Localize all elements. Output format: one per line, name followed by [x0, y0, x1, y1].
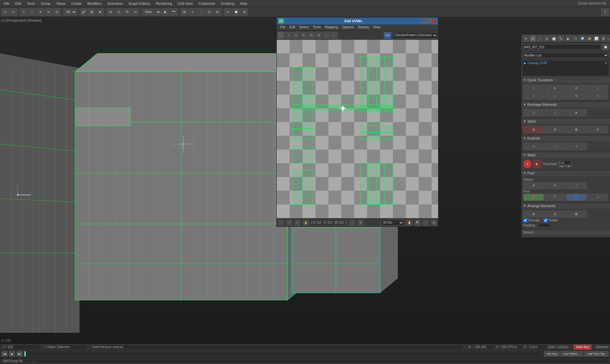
props-btn[interactable]: ⚙ — [241, 8, 248, 16]
uvw-zoom-region-btn[interactable]: ⬚ — [423, 220, 429, 226]
uvw-btn-face[interactable]: ⬡ — [295, 220, 300, 226]
menu-group[interactable]: Group — [38, 1, 53, 6]
qt-scale-btn[interactable]: ⊡ — [566, 85, 587, 92]
qt-freeform-btn[interactable]: ⬚ — [587, 85, 608, 92]
redo-btn[interactable]: ↪ — [10, 8, 17, 16]
snap-btn[interactable]: ⊕ — [107, 8, 114, 16]
bridge-btn[interactable]: 🌉 — [607, 35, 610, 42]
undo-btn[interactable]: ↩ — [1, 8, 9, 16]
uvw-btn-vertex[interactable]: · — [278, 220, 284, 226]
bind-btn[interactable]: ■ — [96, 8, 104, 16]
threshold-input[interactable] — [559, 160, 571, 165]
texture-dropdown[interactable]: CheckerPattern (Checker) — [393, 32, 437, 38]
spacing-btn[interactable]: ⊡ — [205, 8, 213, 16]
uvw-minimize-btn[interactable]: _ — [422, 19, 426, 23]
pin-btn4[interactable]: + — [587, 194, 608, 201]
render-btn[interactable]: ▶ — [162, 8, 169, 16]
modify-tab-btn[interactable]: ⊡ — [530, 35, 536, 42]
menu-scripting[interactable]: Scripting — [218, 1, 237, 6]
rescale-checkbox[interactable] — [523, 218, 527, 222]
menu-modifiers[interactable]: Modifiers — [85, 1, 104, 6]
uvw-rotate-btn[interactable]: ↻ — [308, 32, 315, 39]
rotate-checkbox[interactable] — [544, 218, 548, 222]
arrange-btn1[interactable]: ⊞ — [523, 211, 544, 218]
uvw-zoom-all-btn[interactable]: ⊞ — [431, 220, 437, 226]
rotate-btn[interactable]: ↻ — [45, 8, 52, 16]
move-btn[interactable]: ✛ — [37, 8, 44, 16]
uvw-move-btn[interactable]: ✛ — [300, 32, 307, 39]
uvw-menu-select[interactable]: Select — [297, 24, 311, 30]
seam-arrow-btn[interactable]: ↩ — [523, 237, 526, 238]
object-name-input[interactable] — [523, 44, 601, 50]
uvw-close-btn[interactable]: × — [432, 19, 436, 23]
uvw-filter-select[interactable]: All IDs — [382, 220, 404, 226]
unlink-btn[interactable]: ⛓ — [88, 8, 96, 16]
select-btn[interactable]: ↖ — [20, 8, 28, 16]
explode-btn1[interactable]: ⬡ — [523, 143, 544, 150]
keyfilt-btn[interactable]: Key Filters... — [560, 351, 583, 357]
uvw-maximize-btn[interactable]: □ — [427, 19, 431, 23]
uvw-filter-btn[interactable]: ⚙ — [358, 220, 363, 226]
stitch-header[interactable]: ▼ Stitch — [521, 118, 610, 124]
batch-btn[interactable]: ⊞ — [600, 35, 607, 42]
explode-btn3[interactable]: + — [566, 143, 587, 150]
menu-customize[interactable]: Customize — [196, 1, 218, 6]
uvw-menu-options[interactable]: Options — [340, 24, 356, 30]
scene-btn[interactable]: 🔲 — [232, 8, 240, 16]
filter-dropdown[interactable]: All — [64, 9, 77, 16]
addtime-btn[interactable]: Add Time Tag — [583, 351, 609, 357]
qt-rotate-btn[interactable]: ↻ — [545, 85, 565, 92]
stitch-btn3[interactable]: ⊠ — [566, 126, 587, 133]
setkey-btn[interactable]: Set Key — [544, 351, 560, 357]
timeline[interactable] — [24, 351, 541, 357]
view-dropdown[interactable]: View — [142, 9, 161, 16]
array-btn[interactable]: ⋮ — [197, 8, 205, 16]
autokey-btn[interactable]: Auto Key — [574, 345, 591, 350]
menu-views[interactable]: Views — [54, 1, 68, 6]
maxscript-mini-btn[interactable]: MAXScript Mi... — [2, 359, 34, 364]
modifier-list-dropdown[interactable]: Modifier List — [523, 52, 609, 58]
align-btn[interactable]: ≡ — [189, 8, 196, 16]
uvw-lock-btn[interactable]: 🔒 — [303, 220, 308, 226]
uvw-menu-mapping[interactable]: Mapping — [323, 24, 340, 30]
seam-open-btn[interactable]: ⊕ — [531, 237, 534, 238]
render-small-btn[interactable]: ▶ — [565, 35, 572, 42]
menu-graph-editors[interactable]: Graph Editors — [126, 1, 153, 6]
uvw-scale-btn[interactable]: ⊡ — [315, 32, 322, 39]
pin-btn3[interactable]: 🔵 — [566, 194, 587, 201]
weld-target-btn[interactable]: ◐ — [533, 160, 541, 168]
reshape-header[interactable]: ▼ Reshape Elements — [521, 102, 610, 107]
motion-tab-btn[interactable]: ● — [544, 35, 550, 42]
object-color-btn[interactable]: 🔲 — [602, 44, 609, 50]
menu-civil-view[interactable]: Civil View — [175, 1, 195, 6]
maxscript-input[interactable] — [34, 359, 608, 364]
menu-rendering[interactable]: Rendering — [153, 1, 175, 6]
uvw-menu-file[interactable]: File — [278, 24, 288, 30]
hierarchy-tab-btn[interactable]: ↑ — [537, 35, 543, 42]
padding-input[interactable] — [538, 223, 551, 227]
pin-btn2[interactable]: 📍 — [545, 194, 565, 201]
menu-file[interactable]: File — [1, 1, 12, 6]
uvw-menu-edit[interactable]: Edit — [288, 24, 297, 30]
seam-edge-btn[interactable]: ╱ — [527, 237, 530, 238]
qt-flip-btn[interactable]: ⟲ — [566, 92, 587, 99]
peel-btn3[interactable]: ○ — [566, 182, 587, 189]
scale-btn[interactable]: ⊡ — [53, 8, 61, 16]
fx-btn[interactable]: ✨ — [586, 35, 593, 42]
uvw-btn-edge[interactable]: / — [286, 220, 292, 226]
qt-align-btn[interactable]: ≡ — [587, 92, 608, 99]
link-btn[interactable]: 🔗 — [80, 8, 87, 16]
pin-btn1[interactable]: 📌 — [523, 194, 544, 201]
seam-clear-btn[interactable]: ⊞ — [535, 237, 538, 238]
mirror-btn[interactable]: ⊞ — [180, 8, 188, 16]
uvw-zoom-btn[interactable]: 🔍 — [415, 220, 420, 226]
play-btn[interactable]: ▶ — [9, 351, 15, 357]
stitch-btn4[interactable]: ⊡ — [587, 126, 608, 133]
menu-tools[interactable]: Tools — [24, 1, 38, 6]
utility-tab-btn[interactable]: 🔧 — [558, 35, 564, 42]
arrange-btn3[interactable]: ⊠ — [566, 211, 587, 218]
camera-btn[interactable]: 📷 — [170, 8, 178, 16]
peel-btn2[interactable]: ⟳ — [545, 182, 565, 189]
menu-edit[interactable]: Edit — [13, 1, 24, 6]
uvw-select-edge-btn[interactable]: / — [285, 32, 292, 39]
